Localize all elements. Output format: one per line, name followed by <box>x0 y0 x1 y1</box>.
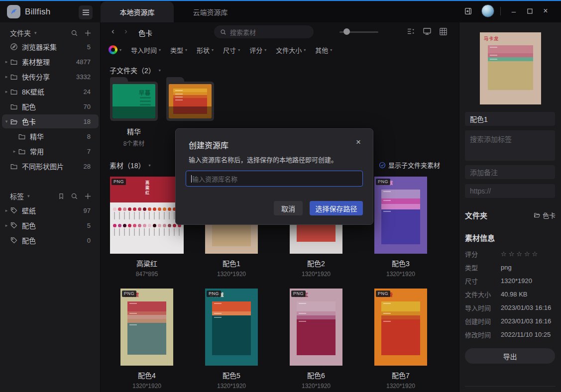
menu-hamburger-button[interactable] <box>79 5 93 19</box>
tab-local-library[interactable]: 本地资源库 <box>101 1 174 22</box>
color-dot <box>148 224 151 227</box>
color-band <box>127 301 166 311</box>
chevron-right-icon[interactable]: ▸ <box>4 208 9 213</box>
chevron-right-icon[interactable]: ▸ <box>4 59 9 64</box>
add-tag-icon[interactable] <box>84 193 92 200</box>
tab-cloud-library[interactable]: 云端资源库 <box>174 1 247 22</box>
source-url-field[interactable]: https:// <box>465 184 555 198</box>
color-band <box>488 45 533 53</box>
color-band <box>297 311 336 315</box>
swatch-cell <box>162 207 166 219</box>
hex-label <box>383 191 391 192</box>
swatch-cell <box>142 224 146 236</box>
material-item[interactable]: 毕月红PNG配色61320*1920 <box>274 289 358 390</box>
sidebar-folder-item[interactable]: ▸素材整理4877 <box>0 54 101 69</box>
sidebar-tag-item[interactable]: 配色0 <box>0 233 101 248</box>
maximize-button[interactable] <box>523 3 537 19</box>
sidebar-folder-item[interactable]: ▸快传分享3332 <box>0 69 101 84</box>
sidebar-folder-item[interactable]: 精华8 <box>0 129 101 144</box>
user-avatar[interactable] <box>481 4 494 17</box>
hex-label <box>129 303 137 304</box>
sidebar-tag-item[interactable]: ▸壁纸97 <box>0 203 101 218</box>
material-item[interactable]: 锦官城PNG配色51320*1920 <box>189 289 274 390</box>
close-button[interactable]: × <box>539 3 553 19</box>
material-size: 1320*1920 <box>217 271 246 278</box>
color-dot <box>143 207 146 211</box>
sidebar-folder-item[interactable]: 浏览器采集5 <box>0 39 101 54</box>
file-type-badge: PNG <box>122 291 136 297</box>
tag-search-icon[interactable] <box>71 193 78 200</box>
collapse-panel-icon[interactable] <box>461 3 475 19</box>
info-label: 尺寸 <box>465 276 501 286</box>
color-band <box>381 190 420 198</box>
chevron-right-icon[interactable]: ▸ <box>4 223 9 228</box>
export-button[interactable]: 导出 <box>465 348 555 364</box>
item-count: 0 <box>87 237 91 244</box>
color-band <box>212 301 251 311</box>
color-dot <box>118 224 121 227</box>
dialog-close-icon[interactable]: × <box>353 137 364 148</box>
add-tag-field[interactable]: 搜索添加标签 <box>465 130 555 161</box>
folders-section-header: 文件夹 ▾ <box>0 27 101 38</box>
info-row-类型: 类型png <box>465 261 555 274</box>
material-item[interactable]: 横舟渡PNG配色41320*1920 <box>105 289 189 390</box>
material-name-field[interactable]: 配色1 <box>465 112 555 126</box>
tag-icon <box>10 221 18 229</box>
folder-icon <box>10 58 18 66</box>
sidebar-folder-item[interactable]: ▸常用7 <box>0 144 101 159</box>
folders-header-label[interactable]: 文件夹 <box>10 28 31 38</box>
color-band <box>381 209 420 244</box>
dot-label <box>139 228 140 236</box>
add-note-field[interactable]: 添加备注 <box>465 165 555 179</box>
dot-label <box>169 212 170 219</box>
swatch-cell <box>172 224 176 236</box>
swatch-cell <box>127 207 131 219</box>
sidebar-folder-item[interactable]: 配色70 <box>0 99 101 114</box>
material-preview[interactable]: 马卡龙 <box>480 32 541 104</box>
folder-search-icon[interactable] <box>71 29 78 37</box>
swatch-cell <box>157 224 161 236</box>
add-folder-icon[interactable] <box>84 29 92 37</box>
library-name-placeholder: 输入资源库名称 <box>192 174 237 184</box>
material-name: 配色1 <box>223 258 240 268</box>
sidebar-tag-item[interactable]: ▸配色5 <box>0 218 101 233</box>
material-name: 配色2 <box>307 258 325 268</box>
folder-location-value[interactable]: 色卡 <box>534 210 556 220</box>
color-band <box>381 311 420 315</box>
info-row-创建时间: 创建时间2023/01/03 16:16 <box>465 314 555 328</box>
color-dot <box>153 224 156 227</box>
choose-save-path-button[interactable]: 选择保存路径 <box>310 201 363 215</box>
sidebar-folder-item[interactable]: ▾色卡18 <box>0 114 101 129</box>
item-count: 4877 <box>76 58 91 66</box>
swatch-cell <box>157 207 161 219</box>
cancel-button[interactable]: 取消 <box>274 201 303 215</box>
thumbnail-image: 马卡龙 <box>480 32 541 104</box>
material-item[interactable]: 艳黄昏PNG配色71320*1920 <box>358 289 443 390</box>
item-count: 7 <box>87 148 91 155</box>
color-dot <box>163 207 166 211</box>
info-label: 评分 <box>465 249 501 259</box>
chevron-down-icon[interactable]: ▾ <box>4 119 9 124</box>
swatch-cell <box>112 224 116 236</box>
color-band <box>212 311 251 315</box>
sidebar-folder-item[interactable]: 不同形状图片28 <box>0 159 101 174</box>
rating-stars[interactable]: ☆☆☆☆☆ <box>501 250 540 258</box>
swatch-cell <box>137 224 141 236</box>
sidebar-folder-item[interactable]: ▸8K壁纸24 <box>0 84 101 99</box>
item-count: 24 <box>84 88 91 96</box>
chevron-right-icon[interactable]: ▸ <box>12 149 17 154</box>
library-name-input[interactable]: 输入资源库名称 <box>186 171 363 187</box>
controls-divider <box>500 7 501 15</box>
minimize-button[interactable]: – <box>507 3 521 19</box>
color-bands <box>381 190 420 244</box>
tags-header-label[interactable]: 标签 <box>10 191 24 201</box>
dot-label <box>179 228 180 236</box>
bookmark-icon[interactable] <box>58 193 65 200</box>
chevron-right-icon[interactable]: ▸ <box>4 74 9 79</box>
title-bar: Billfish 本地资源库 云端资源库 – × <box>0 0 561 22</box>
dot-label <box>159 212 160 219</box>
chevron-right-icon[interactable]: ▸ <box>4 89 9 94</box>
file-type-badge: PNG <box>291 291 306 297</box>
material-name: 配色6 <box>307 370 325 380</box>
material-size: 1320*1920 <box>386 383 415 390</box>
